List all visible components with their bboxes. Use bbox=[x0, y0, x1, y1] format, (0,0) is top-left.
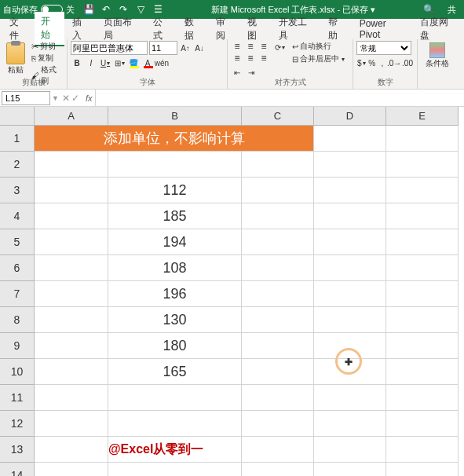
cell-E12[interactable] bbox=[386, 411, 459, 437]
formula-bar[interactable] bbox=[95, 90, 464, 106]
cell-C5[interactable] bbox=[242, 229, 314, 255]
cell-A3[interactable] bbox=[35, 178, 108, 203]
bold-button[interactable]: B bbox=[71, 57, 83, 69]
cell-D4[interactable] bbox=[314, 203, 386, 229]
cell-C14[interactable] bbox=[242, 463, 314, 476]
name-box[interactable] bbox=[2, 91, 50, 105]
phonetic-button[interactable]: wén bbox=[155, 57, 168, 69]
currency-button[interactable]: $▾ bbox=[356, 57, 367, 69]
cell-B9[interactable]: 180 bbox=[108, 333, 242, 359]
cell-C12[interactable] bbox=[242, 411, 314, 437]
cell-C9[interactable] bbox=[242, 333, 314, 359]
row-header-14[interactable]: 14 bbox=[0, 463, 35, 476]
cell-B2[interactable] bbox=[108, 152, 242, 178]
cell-D3[interactable] bbox=[314, 178, 386, 203]
row-header-7[interactable]: 7 bbox=[0, 281, 35, 307]
cell-A4[interactable] bbox=[35, 203, 108, 229]
cell-B5[interactable]: 194 bbox=[108, 229, 242, 255]
percent-button[interactable]: % bbox=[367, 57, 377, 69]
cell-D1[interactable] bbox=[314, 126, 386, 152]
cell-E3[interactable] bbox=[386, 178, 459, 203]
cell-B13[interactable]: @Excel从零到一 bbox=[108, 437, 242, 463]
cell-E9[interactable] bbox=[386, 333, 459, 359]
row-header-8[interactable]: 8 bbox=[0, 307, 35, 333]
cell-E2[interactable] bbox=[386, 152, 459, 178]
cell-C2[interactable] bbox=[242, 152, 314, 178]
cell-D6[interactable] bbox=[314, 255, 386, 281]
row-header-11[interactable]: 11 bbox=[0, 385, 35, 411]
col-header-A[interactable]: A bbox=[35, 107, 108, 126]
row-header-10[interactable]: 10 bbox=[0, 359, 35, 385]
merge-center-button[interactable]: ⊟合并后居中▾ bbox=[292, 53, 345, 64]
cell-D9[interactable] bbox=[314, 333, 386, 359]
cell-D10[interactable] bbox=[314, 359, 386, 385]
cell-B8[interactable]: 130 bbox=[108, 307, 242, 333]
cell-B11[interactable] bbox=[108, 385, 242, 411]
cell-D13[interactable] bbox=[314, 437, 386, 463]
cell-A14[interactable] bbox=[35, 463, 108, 476]
cancel-formula-icon[interactable]: ✕ bbox=[62, 93, 70, 104]
increase-font-icon[interactable]: A↑ bbox=[179, 42, 192, 54]
cell-B6[interactable]: 108 bbox=[108, 255, 242, 281]
cell-E1[interactable] bbox=[386, 126, 459, 152]
cell-A13[interactable] bbox=[35, 437, 108, 463]
col-header-C[interactable]: C bbox=[242, 107, 314, 126]
number-format-select[interactable]: 常规 bbox=[356, 41, 411, 55]
cell-D14[interactable] bbox=[314, 463, 386, 476]
cell-A10[interactable] bbox=[35, 359, 108, 385]
cell-C3[interactable] bbox=[242, 178, 314, 203]
cell-A8[interactable] bbox=[35, 307, 108, 333]
row-header-6[interactable]: 6 bbox=[0, 255, 35, 281]
cell-A11[interactable] bbox=[35, 385, 108, 411]
cell-A7[interactable] bbox=[35, 281, 108, 307]
cell-E7[interactable] bbox=[386, 281, 459, 307]
decrease-decimal-icon[interactable]: .00 bbox=[401, 57, 414, 69]
row-header-13[interactable]: 13 bbox=[0, 437, 35, 463]
merged-title-cell[interactable]: 添加单位，不影响计算 bbox=[35, 126, 314, 152]
cell-C8[interactable] bbox=[242, 307, 314, 333]
cell-B12[interactable] bbox=[108, 411, 242, 437]
align-middle-icon[interactable]: ≡ bbox=[244, 41, 257, 52]
cell-E13[interactable] bbox=[386, 437, 459, 463]
cell-C10[interactable] bbox=[242, 359, 314, 385]
cell-E10[interactable] bbox=[386, 359, 459, 385]
font-name-select[interactable] bbox=[71, 41, 148, 55]
cell-D12[interactable] bbox=[314, 411, 386, 437]
row-header-12[interactable]: 12 bbox=[0, 411, 35, 437]
cell-D11[interactable] bbox=[314, 385, 386, 411]
decrease-font-icon[interactable]: A↓ bbox=[193, 42, 206, 54]
row-header-1[interactable]: 1 bbox=[0, 126, 35, 152]
select-all-corner[interactable] bbox=[0, 107, 35, 126]
align-left-icon[interactable]: ≡ bbox=[231, 53, 243, 64]
italic-button[interactable]: I bbox=[85, 57, 97, 69]
fx-label[interactable]: fx bbox=[82, 93, 96, 103]
fill-color-button[interactable]: 🪣 bbox=[127, 57, 140, 69]
align-right-icon[interactable]: ≡ bbox=[258, 53, 270, 64]
cell-C7[interactable] bbox=[242, 281, 314, 307]
border-button[interactable]: ⊞▾ bbox=[113, 57, 126, 69]
cell-B3[interactable]: 112 bbox=[108, 178, 242, 203]
cell-E8[interactable] bbox=[386, 307, 459, 333]
cell-D2[interactable] bbox=[314, 152, 386, 178]
cell-C4[interactable] bbox=[242, 203, 314, 229]
col-header-D[interactable]: D bbox=[314, 107, 386, 126]
cell-A12[interactable] bbox=[35, 411, 108, 437]
cell-D7[interactable] bbox=[314, 281, 386, 307]
cell-C11[interactable] bbox=[242, 385, 314, 411]
font-size-select[interactable] bbox=[149, 41, 177, 55]
wrap-text-button[interactable]: ↩自动换行 bbox=[292, 41, 345, 52]
col-header-B[interactable]: B bbox=[108, 107, 242, 126]
cell-E14[interactable] bbox=[386, 463, 459, 476]
align-bottom-icon[interactable]: ≡ bbox=[258, 41, 270, 52]
cell-A9[interactable] bbox=[35, 333, 108, 359]
cell-E11[interactable] bbox=[386, 385, 459, 411]
col-header-E[interactable]: E bbox=[386, 107, 459, 126]
comma-button[interactable]: , bbox=[378, 57, 387, 69]
font-color-button[interactable]: A bbox=[141, 57, 154, 69]
cell-A5[interactable] bbox=[35, 229, 108, 255]
cell-E6[interactable] bbox=[386, 255, 459, 281]
row-header-5[interactable]: 5 bbox=[0, 229, 35, 255]
row-header-9[interactable]: 9 bbox=[0, 333, 35, 359]
cut-button[interactable]: ✂剪切 bbox=[31, 41, 64, 52]
cell-E5[interactable] bbox=[386, 229, 459, 255]
